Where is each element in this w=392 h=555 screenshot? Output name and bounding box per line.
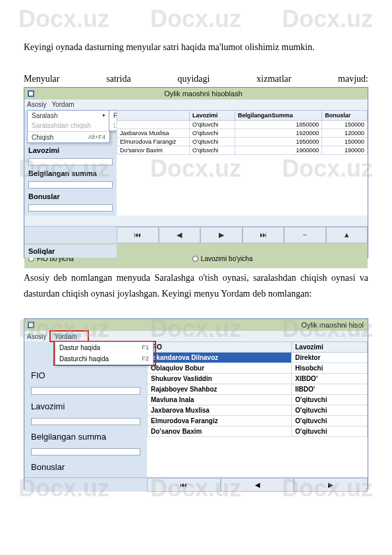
cell-bonus: 150000 bbox=[322, 137, 368, 146]
cell-lavozimi: O'qituvchi bbox=[190, 137, 235, 146]
table-row[interactable]: Iskandarova Dilnavoz Direktor bbox=[148, 353, 368, 363]
input-fio[interactable] bbox=[31, 387, 140, 394]
nav-plus-button[interactable]: ▲ bbox=[326, 227, 368, 243]
shortcut-label: F1 bbox=[142, 344, 149, 351]
menu-item-dasturchi-haqida[interactable]: Dasturchi haqida F2 bbox=[55, 353, 153, 365]
asosiy-dropdown: Saralash ▸ Saralashdan chiqish Chiqish A… bbox=[27, 110, 110, 143]
data-grid: FIO Lavozimi Iskandarova Dilnavoz Direkt… bbox=[147, 341, 368, 477]
table-row[interactable]: Shukurov Vasliddin XIBDO' bbox=[148, 374, 368, 384]
table-row[interactable]: Rajabboyev Shahboz IIBDO' bbox=[148, 384, 368, 395]
nav-minus-button[interactable]: − bbox=[284, 227, 326, 243]
intro-paragraph: Keyingi oynada dasturning menyular satri… bbox=[24, 40, 368, 55]
cell-lavozimi: O'qituvchi bbox=[291, 416, 367, 426]
nav-last-button[interactable]: ⏭ bbox=[242, 227, 285, 243]
cell-bonus: 190000 bbox=[322, 146, 368, 154]
label-lavozimi: Lavozimi bbox=[28, 146, 113, 154]
window-titlebar: Oylik maoshni hisol bbox=[24, 319, 368, 331]
cell-fio: Iskandarova Dilnavoz bbox=[148, 353, 292, 363]
svg-rect-1 bbox=[29, 92, 33, 96]
cell-lavozimi: O'qituvchi bbox=[190, 120, 235, 129]
input-belgilangan-summa[interactable] bbox=[31, 448, 140, 455]
menubar: Asosiy Yordam bbox=[24, 331, 368, 341]
menu-yordam[interactable]: Yordam bbox=[51, 333, 79, 340]
menubar: Asosiy Yordam bbox=[24, 100, 368, 110]
cell-fio: Rajabboyev Shahboz bbox=[148, 384, 292, 395]
nav-first-button[interactable]: ⏮ bbox=[117, 227, 159, 243]
cell-fio: Oblaqulov Bobur bbox=[148, 363, 292, 374]
menu-item-chiqish[interactable]: Chiqish Alt+F4 bbox=[28, 132, 109, 142]
word: quyidagi bbox=[177, 74, 210, 84]
table-row[interactable]: Jaxbarova Muxlisa O'qituvchi bbox=[148, 405, 368, 416]
col-lavozimi: Lavozimi bbox=[190, 110, 235, 120]
app-icon bbox=[27, 90, 35, 98]
nav-prev-button[interactable]: ◀ bbox=[221, 478, 294, 492]
menu-item-label: Dastur haqida bbox=[59, 344, 100, 351]
paragraph-2: Asosiy deb nomlangan menyuda Saralashga … bbox=[24, 270, 368, 302]
cell-bonus: 120000 bbox=[322, 129, 368, 137]
cell-fio: Shukurov Vasliddin bbox=[148, 374, 292, 384]
word: satrida bbox=[106, 74, 130, 84]
cell-fio: Do'sanov Baxim bbox=[148, 426, 292, 437]
table-row[interactable]: Mavluna Inala O'qituvchi bbox=[148, 395, 368, 405]
nav-next-button[interactable]: ▶ bbox=[294, 478, 368, 492]
word: xizmatlar bbox=[256, 74, 291, 84]
cell-bonus: 150000 bbox=[322, 120, 368, 129]
chevron-right-icon: ▸ bbox=[103, 112, 105, 118]
col-bonuslar: Bonuslar bbox=[322, 110, 368, 120]
table-row[interactable]: Jaxbarova Muxlisa O'qituvchi 1920000 120… bbox=[117, 129, 368, 137]
menyular-line: Menyular satrida quyidagi xizmatlar mavj… bbox=[24, 74, 368, 84]
table-row[interactable]: Elmurodova Farangiz O'qituvchi bbox=[148, 416, 368, 426]
yordam-dropdown: Dastur haqida F1 Dasturchi haqida F2 bbox=[55, 341, 154, 365]
label-lavozimi: Lavozimi bbox=[31, 401, 140, 411]
cell-lavozimi: IIBDO' bbox=[291, 384, 367, 395]
radio-lavozimi[interactable]: Lavozimi bo'yicha bbox=[192, 255, 253, 262]
cell-lavozimi: XIBDO' bbox=[291, 374, 367, 384]
col-belgilangan-summa: BelgilanganSumma bbox=[235, 110, 322, 120]
input-lavozimi[interactable] bbox=[31, 418, 140, 425]
cell-lavozimi: O'qituvchi bbox=[190, 146, 235, 154]
cell-lavozimi: Direktor bbox=[291, 353, 367, 363]
cell-lavozimi: O'qituvchi bbox=[291, 405, 367, 416]
menu-item-saralash[interactable]: Saralash ▸ bbox=[28, 111, 109, 121]
menu-item-dastur-haqida[interactable]: Dastur haqida F1 bbox=[55, 342, 153, 353]
shortcut-label: Alt+F4 bbox=[88, 134, 105, 140]
data-grid: Lavozimi BelgilanganSumma Bonuslar O'qit… bbox=[117, 110, 368, 216]
cell-lavozimi: O'qituvchi bbox=[291, 395, 367, 405]
record-navigator: ⏮ ◀ ▶ ⏭ − ▲ bbox=[24, 226, 368, 243]
cell-summa: 1900000 bbox=[235, 146, 322, 154]
input-bonuslar[interactable] bbox=[28, 204, 113, 212]
menu-item-saralashdan-chiqish[interactable]: Saralashdan chiqish bbox=[28, 121, 109, 131]
cell-lavozimi: O'qituvchi bbox=[190, 129, 235, 137]
menu-asosiy[interactable]: Asosiy bbox=[27, 101, 46, 108]
table-row[interactable]: Do'sanov Baxim O'qituvchi bbox=[148, 426, 368, 437]
label-bonuslar: Bonuslar bbox=[31, 462, 140, 472]
input-belgilangan-summa[interactable] bbox=[28, 181, 113, 189]
table-row[interactable]: Elmurodova Farangiz O'qituvchi 1950000 1… bbox=[117, 137, 368, 146]
window-title: Oylik maoshni hisol bbox=[39, 321, 368, 329]
cell-fio: Jaxbarova Muxlisa bbox=[148, 405, 292, 416]
svg-rect-3 bbox=[29, 323, 33, 327]
col-fio: FIO bbox=[148, 342, 292, 353]
menu-asosiy[interactable]: Asosiy bbox=[27, 333, 46, 340]
nav-next-button[interactable]: ▶ bbox=[200, 227, 242, 243]
table-header-row: FIO Lavozimi bbox=[148, 342, 368, 353]
cell-fio: Elmurodova Farangiz bbox=[117, 137, 190, 146]
menu-yordam[interactable]: Yordam bbox=[51, 101, 74, 108]
input-lavozimi[interactable] bbox=[28, 158, 113, 165]
nav-first-button[interactable]: ⏮ bbox=[147, 478, 221, 492]
cell-fio: Do'sanov Baxim bbox=[117, 146, 190, 154]
table-row[interactable]: O'qituvchi 1850000 150000 bbox=[117, 120, 368, 129]
screenshot-asosiy-menu: Oylik maoshni hisoblash Asosiy Yordam Sa… bbox=[24, 87, 368, 258]
record-navigator: ⏮ ◀ ▶ bbox=[24, 477, 368, 492]
cell-summa: 1920000 bbox=[235, 129, 322, 137]
nav-prev-button[interactable]: ◀ bbox=[159, 227, 201, 243]
radio-label: Lavozimi bo'yicha bbox=[201, 255, 253, 262]
table-header-row: Lavozimi BelgilanganSumma Bonuslar bbox=[117, 110, 368, 120]
cell-summa: 1950000 bbox=[235, 137, 322, 146]
cell-fio bbox=[117, 120, 190, 129]
table-row[interactable]: Oblaqulov Bobur Hisobchi bbox=[148, 363, 368, 374]
menu-separator bbox=[28, 131, 109, 132]
label-belgilangan-summa: Belgilangan summa bbox=[28, 169, 113, 177]
window-titlebar: Oylik maoshni hisoblash bbox=[24, 88, 368, 100]
table-row[interactable]: Do'sanov Baxim O'qituvchi 1900000 190000 bbox=[117, 146, 368, 154]
